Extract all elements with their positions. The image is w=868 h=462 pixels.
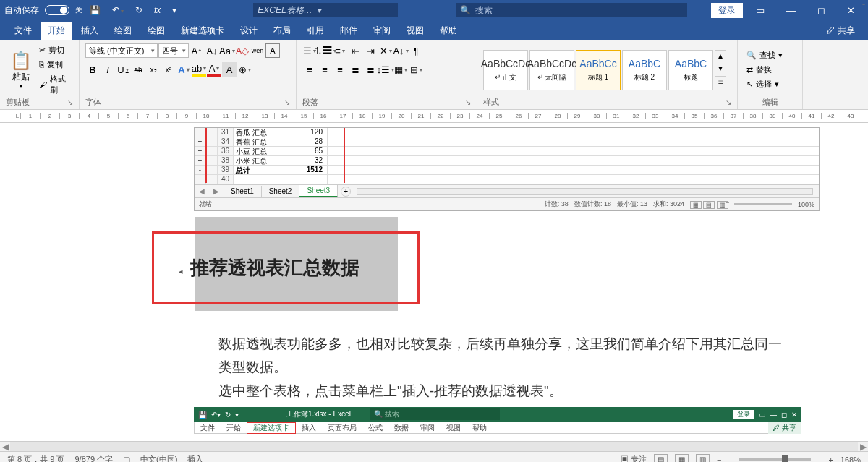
excel-view-normal-icon[interactable]: ▦ [690, 201, 702, 209]
table-row[interactable]: +36小豆 汇总65 [195, 147, 819, 156]
fx-icon[interactable]: fx [150, 2, 165, 18]
format-painter-button[interactable]: 🖌格式刷 [36, 73, 73, 96]
view-web-icon[interactable]: ▥ [696, 454, 710, 462]
vertical-ruler[interactable] [0, 123, 14, 441]
status-spellcheck-icon[interactable]: ▢ [123, 455, 130, 462]
ribbon-mode-icon[interactable]: ▭ [747, 1, 773, 20]
char-border-icon[interactable]: A [265, 43, 280, 58]
change-case-icon[interactable]: Aa [220, 43, 234, 58]
align-left-icon[interactable]: ≡ [302, 62, 317, 77]
login-button[interactable]: 登录 [711, 3, 743, 18]
mini-minimize-icon[interactable]: — [770, 411, 777, 419]
share-button[interactable]: 🖊 共享 [820, 22, 861, 40]
body-text[interactable]: 数据透视表功能多多，也相对比较复杂，后续再单独分享，这里我们简单介绍下用其汇总同… [218, 333, 790, 403]
tab-view[interactable]: 视图 [399, 22, 431, 40]
table-row[interactable]: +38小米 汇总32 [195, 156, 819, 166]
scroll-right-icon[interactable]: ▶ [858, 442, 868, 452]
tab-layout[interactable]: 布局 [266, 22, 298, 40]
status-page[interactable]: 第 8 页，共 9 页 [7, 454, 64, 462]
mini-undo-icon[interactable]: ↶▾ [211, 411, 221, 419]
phonetic-icon[interactable]: wén [250, 43, 265, 58]
collapse-ribbon-icon[interactable]: ˆ [862, 3, 865, 12]
table-row[interactable]: 40 [195, 175, 819, 184]
clear-format-icon[interactable]: A◇ [235, 43, 250, 58]
search-box[interactable]: 🔍 搜索 [456, 3, 687, 17]
style-card-4[interactable]: AaBbC标题 [668, 50, 713, 90]
style-card-0[interactable]: AaBbCcDc↵ 正文 [483, 50, 528, 90]
status-mode[interactable]: 插入 [187, 454, 203, 462]
align-right-icon[interactable]: ≡ [333, 62, 347, 77]
tab-insert[interactable]: 插入 [74, 22, 106, 40]
strike-button[interactable]: ab [131, 62, 145, 77]
line-spacing-icon[interactable]: ↕☰ [378, 62, 393, 77]
heading-text[interactable]: 推荐透视表汇总数据 [190, 257, 359, 278]
mini-search[interactable]: 🔍 搜索 [370, 408, 500, 420]
subscript-button[interactable]: x₂ [146, 62, 161, 77]
style-card-3[interactable]: AaBbC标题 2 [622, 50, 667, 90]
mini-redo-icon[interactable]: ↻ [225, 411, 231, 419]
shrink-font-icon[interactable]: A↓ [205, 43, 219, 58]
paragraph-expand-icon[interactable]: ↘ [465, 98, 471, 106]
number-list-icon[interactable]: ⒈☰ [318, 43, 332, 58]
sheet-nav-next-icon[interactable]: ▶ [209, 187, 224, 195]
style-card-2[interactable]: AaBbCc标题 1 [576, 50, 621, 90]
tab-draw2[interactable]: 绘图 [140, 22, 172, 40]
mini-save-icon[interactable]: 💾 [198, 411, 207, 419]
tab-help[interactable]: 帮助 [433, 22, 464, 40]
multilevel-list-icon[interactable]: ≡ [333, 43, 347, 58]
qat-dropdown-icon[interactable]: ▾ [168, 2, 181, 18]
font-family-select[interactable]: 等线 (中文正文) [85, 43, 158, 58]
table-row[interactable]: -39总计1512 [195, 166, 819, 175]
horizontal-scrollbar[interactable]: ◀ ▶ [0, 441, 868, 451]
paste-button[interactable]: 📋 粘贴 ▾ [6, 49, 36, 91]
minimize-icon[interactable]: — [778, 1, 804, 20]
font-color-icon[interactable]: A [207, 62, 221, 77]
filename-box[interactable]: EXCEL表格… ▾ [253, 3, 398, 17]
superscript-button[interactable]: x² [161, 62, 176, 77]
sheet-nav-prev-icon[interactable]: ◀ [195, 187, 209, 195]
style-card-1[interactable]: AaBbCcDc↵ 无间隔 [529, 50, 574, 90]
select-button[interactable]: ↖选择 ▾ [744, 78, 786, 90]
bold-button[interactable]: B [85, 62, 100, 77]
tab-file[interactable]: 文件 [7, 22, 39, 40]
font-size-select[interactable]: 四号 [158, 43, 189, 58]
save-icon[interactable]: 💾 [85, 2, 105, 18]
mini-tab-3[interactable]: 插入 [296, 423, 322, 433]
close-icon[interactable]: ✕ [838, 1, 864, 20]
maximize-icon[interactable]: ◻ [809, 1, 834, 20]
tab-newtab[interactable]: 新建选项卡 [174, 22, 231, 40]
tab-review[interactable]: 审阅 [366, 22, 398, 40]
show-marks-icon[interactable]: ¶ [409, 43, 423, 58]
indent-inc-icon[interactable]: ⇥ [363, 43, 378, 58]
indent-dec-icon[interactable]: ⇤ [348, 43, 362, 58]
tab-draw1[interactable]: 绘图 [107, 22, 139, 40]
enclose-char-icon[interactable]: ⊕ [237, 62, 252, 77]
font-expand-icon[interactable]: ↘ [284, 98, 290, 106]
zoom-slider[interactable] [739, 458, 811, 461]
table-row[interactable]: +31香瓜 汇总120 [195, 128, 819, 137]
styles-more-icon[interactable]: ≡ [715, 76, 726, 90]
mini-tab-2[interactable]: 新建选项卡 [247, 422, 296, 434]
paragraph-2[interactable]: 选中整个表格，点击菜单栏上"插入-推荐的数据透视表"。 [218, 380, 790, 403]
borders-icon[interactable]: ⊞ [409, 62, 423, 77]
distribute-icon[interactable]: ≣ [363, 62, 378, 77]
undo-icon[interactable]: ↶ [108, 2, 128, 18]
sheet-scrollbar[interactable] [357, 188, 813, 195]
clipboard-expand-icon[interactable]: ↘ [67, 98, 73, 106]
tab-design[interactable]: 设计 [233, 22, 265, 40]
excel-zoom-slider[interactable] [734, 203, 792, 205]
asian-layout-icon[interactable]: ✕ [378, 43, 393, 58]
scroll-left-icon[interactable]: ◀ [0, 442, 10, 452]
mini-share-button[interactable]: 🖊 共享 [768, 422, 801, 434]
sort-icon[interactable]: A↓ [393, 43, 408, 58]
sheet-tab-2[interactable]: Sheet2 [262, 186, 300, 197]
paragraph-1[interactable]: 数据透视表功能多多，也相对比较复杂，后续再单独分享，这里我们简单介绍下用其汇总同… [218, 333, 790, 380]
mini-tab-6[interactable]: 数据 [388, 423, 414, 433]
autosave-toggle[interactable] [45, 5, 69, 15]
text-effects-icon[interactable]: A [176, 62, 191, 77]
mini-maximize-icon[interactable]: ◻ [781, 411, 787, 419]
grow-font-icon[interactable]: A↑ [190, 43, 204, 58]
table-row[interactable]: +34香蕉 汇总28 [195, 137, 819, 147]
mini-mode-icon[interactable]: ▭ [759, 411, 765, 419]
copy-button[interactable]: ⎘复制 [36, 59, 73, 71]
